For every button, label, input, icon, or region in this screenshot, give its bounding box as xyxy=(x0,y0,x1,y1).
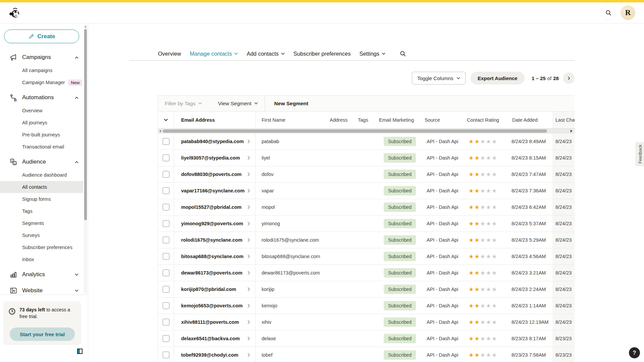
row-checkbox[interactable] xyxy=(163,269,169,276)
row-checkbox[interactable] xyxy=(163,138,169,145)
chevron-right-icon[interactable] xyxy=(247,304,251,307)
contact-email-link[interactable]: bitosap688@synclane.com xyxy=(181,254,244,259)
table-row[interactable]: bitosap688@synclane.com bitosap688@syncl… xyxy=(158,248,575,265)
sidebar-section-automations[interactable]: Automations xyxy=(0,90,83,105)
sidebar-item-overview[interactable]: Overview xyxy=(0,105,83,117)
table-row[interactable]: delaxe6541@backva.com delaxe Subscribed … xyxy=(158,330,575,347)
table-row[interactable]: korijip870@pbridal.com korijip Subscribe… xyxy=(158,281,575,298)
sidebar-item-inbox[interactable]: Inbox xyxy=(0,253,83,265)
sidebar-item-transactional-email[interactable]: Transactional email xyxy=(0,141,83,153)
contact-email-link[interactable]: liyel93057@stypedia.com xyxy=(181,155,240,161)
chevron-right-icon[interactable] xyxy=(247,189,251,192)
tab-overview[interactable]: Overview xyxy=(158,51,181,57)
sidebar-item-all-journeys[interactable]: All journeys xyxy=(0,117,83,129)
export-audience-button[interactable]: Export Audience xyxy=(471,72,525,84)
table-row[interactable]: xihiv88111@poverts.com xihiv Subscribed … xyxy=(158,314,575,330)
mailchimp-logo[interactable] xyxy=(9,6,21,19)
row-checkbox[interactable] xyxy=(163,335,169,342)
table-row[interactable]: rolodi1675@synclane.com rolodi1675@syncl… xyxy=(158,232,575,248)
collapse-sidebar-icon[interactable] xyxy=(77,349,83,354)
contact-email-link[interactable]: rolodi1675@synclane.com xyxy=(181,237,243,243)
toggle-columns-button[interactable]: Toggle Columns xyxy=(412,72,466,84)
contact-email-link[interactable]: yimonog929@poverts.com xyxy=(181,221,243,226)
view-segment-dropdown[interactable]: View Segment xyxy=(218,101,258,107)
next-page-button[interactable] xyxy=(563,72,575,84)
help-button[interactable]: ? xyxy=(629,347,640,358)
row-checkbox[interactable] xyxy=(163,220,169,227)
row-checkbox[interactable] xyxy=(163,319,169,325)
chevron-right-icon[interactable] xyxy=(247,206,251,208)
sidebar-item-pre-built-journeys[interactable]: Pre-built journeys xyxy=(0,129,83,141)
create-button[interactable]: Create xyxy=(4,29,79,43)
feedback-tab[interactable]: Feedback xyxy=(636,142,644,166)
table-row[interactable]: patabab940@stypedia.com patabab Subscrib… xyxy=(158,133,575,150)
contact-email-link[interactable]: mopol15527@pbridal.com xyxy=(181,204,241,210)
contact-email-link[interactable]: vapar17166@synclane.com xyxy=(181,188,245,193)
sidebar-scrollbar[interactable] xyxy=(84,24,87,294)
horizontal-scrollbar[interactable] xyxy=(158,129,575,133)
scroll-right-arrow-icon[interactable] xyxy=(571,130,572,132)
row-checkbox[interactable] xyxy=(163,253,169,260)
chevron-right-icon[interactable] xyxy=(247,288,251,291)
contact-email-link[interactable]: dewar86173@poverts.com xyxy=(181,270,243,276)
contact-email-link[interactable]: delaxe6541@backva.com xyxy=(181,336,240,341)
tab-settings[interactable]: Settings xyxy=(359,51,385,57)
sidebar-scrollbar-thumb[interactable] xyxy=(84,29,87,220)
table-row[interactable]: vapar17166@synclane.com vapar Subscribed… xyxy=(158,183,575,199)
tabbar-search-icon[interactable] xyxy=(399,50,406,57)
contact-email-link[interactable]: tobef92939@chodyi.com xyxy=(181,352,238,358)
scroll-left-arrow-icon[interactable] xyxy=(159,130,161,132)
table-row[interactable]: mopol15527@pbridal.com mopol Subscribed … xyxy=(158,199,575,216)
sidebar-section-campaigns[interactable]: Campaigns xyxy=(0,50,83,64)
chevron-right-icon[interactable] xyxy=(247,321,251,323)
sidebar-item-all-campaigns[interactable]: All campaigns xyxy=(0,64,83,76)
scroll-up-arrow-icon[interactable] xyxy=(85,26,87,27)
row-checkbox[interactable] xyxy=(163,155,169,161)
select-all-dropdown[interactable] xyxy=(158,112,174,128)
chevron-right-icon[interactable] xyxy=(247,157,251,159)
filter-by-tags-dropdown[interactable]: Filter by Tags xyxy=(165,101,202,107)
row-checkbox[interactable] xyxy=(163,352,169,358)
sidebar-item-signup-forms[interactable]: Signup forms xyxy=(0,193,83,205)
chevron-right-icon[interactable] xyxy=(247,239,251,241)
sidebar-section-analytics[interactable]: Analytics xyxy=(0,267,83,282)
contact-email-link[interactable]: kemojo5653@poverts.com xyxy=(181,303,243,308)
contact-email-link[interactable]: patabab940@stypedia.com xyxy=(181,139,244,144)
sidebar-item-audience-dashboard[interactable]: Audience dashboard xyxy=(0,169,83,181)
table-row[interactable]: yimonog929@poverts.com yimonog Subscribe… xyxy=(158,216,575,232)
contact-email-link[interactable]: dofov88030@poverts.com xyxy=(181,172,241,177)
row-checkbox[interactable] xyxy=(163,187,169,194)
tab-add-contacts[interactable]: Add contacts xyxy=(247,51,284,57)
table-row[interactable]: liyel93057@stypedia.com liyel Subscribed… xyxy=(158,150,575,166)
row-checkbox[interactable] xyxy=(163,204,169,210)
table-row[interactable]: dewar86173@poverts.com dewar86173@povert… xyxy=(158,265,575,281)
row-checkbox[interactable] xyxy=(163,302,169,309)
table-row[interactable]: tobef92939@chodyi.com tobef Subscribed A… xyxy=(158,347,575,362)
account-avatar[interactable]: R xyxy=(621,5,635,20)
sidebar-item-subscriber-preferences[interactable]: Subscriber preferences xyxy=(0,241,83,253)
table-row[interactable]: dofov88030@poverts.com dofov Subscribed … xyxy=(158,166,575,183)
sidebar-section-audience[interactable]: Audience xyxy=(0,155,83,169)
start-free-trial-button[interactable]: Start your free trial xyxy=(10,327,75,341)
header-search-button[interactable] xyxy=(601,5,616,20)
chevron-right-icon[interactable] xyxy=(247,272,251,274)
chevron-right-icon[interactable] xyxy=(247,354,251,356)
sidebar-item-surveys[interactable]: Surveys xyxy=(0,229,83,241)
sidebar-item-all-contacts[interactable]: All contacts xyxy=(0,181,83,193)
row-checkbox[interactable] xyxy=(163,237,169,243)
chevron-right-icon[interactable] xyxy=(247,173,251,176)
contact-email-link[interactable]: xihiv88111@poverts.com xyxy=(181,319,239,325)
chevron-right-icon[interactable] xyxy=(247,140,251,143)
table-row[interactable]: kemojo5653@poverts.com kemojo Subscribed… xyxy=(158,298,575,314)
contact-email-link[interactable]: korijip870@pbridal.com xyxy=(181,287,236,292)
sidebar-item-segments[interactable]: Segments xyxy=(0,217,83,229)
sidebar-item-campaign-manager[interactable]: Campaign ManagerNew xyxy=(0,76,83,88)
chevron-right-icon[interactable] xyxy=(247,255,251,258)
horizontal-scrollbar-thumb[interactable] xyxy=(163,129,547,133)
tab-manage-contacts[interactable]: Manage contacts xyxy=(190,51,238,57)
chevron-right-icon[interactable] xyxy=(247,222,251,225)
new-segment-button[interactable]: New Segment xyxy=(272,100,311,107)
sidebar-item-tags[interactable]: Tags xyxy=(0,205,83,217)
row-checkbox[interactable] xyxy=(163,171,169,178)
row-checkbox[interactable] xyxy=(163,286,169,293)
